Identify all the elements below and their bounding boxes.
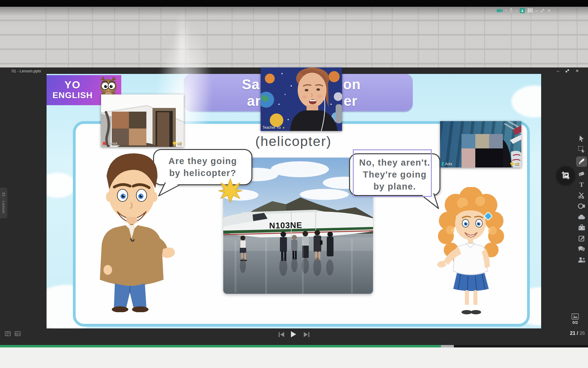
thumbnail-panel-icon[interactable] (5, 331, 11, 336)
side-tab-label: 01 - Lesson (2, 193, 6, 213)
participant-score: x2 (510, 162, 519, 166)
selection-rectangle (353, 149, 432, 197)
title-fragment: on (343, 76, 361, 93)
tool-eraser[interactable] (578, 170, 585, 178)
cloud (511, 86, 541, 117)
tool-edit-note[interactable] (578, 235, 585, 242)
previous-slide-button[interactable] (278, 332, 285, 337)
annotation-toolbar: T (575, 135, 588, 263)
participant-name: Ada (445, 162, 452, 166)
badge-icon: ★ (282, 126, 285, 129)
helicopter-caption: (helicopter) (232, 133, 355, 149)
caret-down-icon[interactable]: ▾ (516, 9, 517, 12)
lesson-progress-bar[interactable] (0, 345, 588, 347)
media-counter-text: 0/2 (572, 320, 578, 325)
camera-icon[interactable] (497, 9, 503, 13)
progress-handle[interactable] (441, 345, 454, 347)
participant-name: Enya (108, 141, 117, 146)
speech-bubble-tail (157, 182, 181, 197)
screen: ▾ ▾ – ✕ 01 - Lesson.pptx – ✕ YO ENGLISH (0, 0, 588, 368)
play-button[interactable] (290, 331, 296, 338)
tool-text[interactable]: T (578, 181, 585, 188)
crop-image-icon (561, 171, 570, 180)
android-navigation-bar (0, 347, 588, 368)
status-dot (442, 162, 443, 166)
progress-done (0, 345, 441, 347)
grid-view-icon[interactable] (15, 331, 21, 336)
close-icon[interactable]: ✕ (547, 8, 551, 13)
tool-shapes[interactable] (578, 202, 585, 210)
meeting-overlay-controls: ▾ ▾ – ✕ (497, 7, 551, 13)
score-text: x2 (515, 162, 519, 166)
participant-score: x2 (172, 141, 182, 146)
ribbon-icon (103, 142, 107, 145)
ada-room (440, 121, 521, 167)
mic-icon[interactable] (510, 8, 513, 13)
tool-cloud[interactable] (578, 213, 585, 220)
tool-toolbox[interactable] (578, 224, 585, 231)
brick-wall-background (0, 7, 588, 67)
text-tool-label: T (579, 181, 584, 189)
status-bar (0, 0, 588, 7)
tool-scissors[interactable] (578, 192, 585, 199)
page-current: 21 / (570, 331, 578, 336)
insert-image-button[interactable] (556, 166, 575, 185)
enya-room (101, 94, 184, 147)
score-text: x2 (178, 141, 182, 146)
plane-registration: N103NE (269, 220, 303, 230)
participant-label: Ada (442, 162, 452, 166)
tool-chat[interactable] (578, 245, 585, 253)
window-restore-button[interactable] (565, 69, 569, 73)
lesson-side-tab[interactable]: 01 - Lesson (0, 188, 7, 218)
teacher-video (261, 67, 342, 131)
minimize-icon[interactable]: – (535, 8, 538, 13)
webcam-student-ada[interactable]: Ada x2 (440, 121, 521, 167)
webcam-teacher[interactable]: Teacher Yo ★ (261, 67, 342, 131)
participant-label: Enya (103, 141, 117, 146)
girl-cartoon[interactable] (434, 187, 508, 318)
page-total: 26 (578, 331, 585, 336)
participant-name: Teacher Yo (262, 125, 281, 130)
record-square-icon[interactable] (520, 8, 525, 13)
bubble-text-line: Are they going (168, 155, 237, 167)
logo-line1: YO (47, 79, 99, 91)
star-sticker (218, 179, 242, 203)
window-minimize-button[interactable]: – (557, 68, 559, 74)
image-counter-icon (571, 313, 579, 320)
trophy-icon (510, 162, 514, 166)
tool-cursor[interactable] (578, 135, 585, 142)
bubble-text-line: by helicopter? (169, 167, 236, 179)
window-controls: – ✕ (557, 68, 579, 74)
window-title: 01 - Lesson.pptx (12, 69, 41, 73)
resize-icon[interactable] (541, 9, 545, 13)
tool-multi-select[interactable] (578, 146, 585, 153)
tool-pen[interactable] (576, 156, 587, 167)
tool-participants[interactable] (578, 256, 585, 263)
participant-label: Teacher Yo ★ (262, 125, 285, 130)
media-counter: 0/2 (567, 313, 584, 325)
cloud (47, 173, 76, 198)
page-indicator: 21 / 26 (542, 331, 585, 336)
man-cartoon[interactable] (86, 148, 178, 312)
caret-down-icon[interactable]: ▾ (505, 9, 507, 12)
trophy-icon (172, 141, 177, 146)
next-slide-button[interactable] (303, 332, 310, 337)
webcam-student-enya[interactable]: Enya x2 (101, 94, 184, 147)
title-fragment: er (344, 93, 357, 109)
layout-columns-icon[interactable] (528, 8, 533, 13)
logo-line2: ENGLISH (47, 90, 99, 100)
window-close-button[interactable]: ✕ (575, 68, 579, 74)
